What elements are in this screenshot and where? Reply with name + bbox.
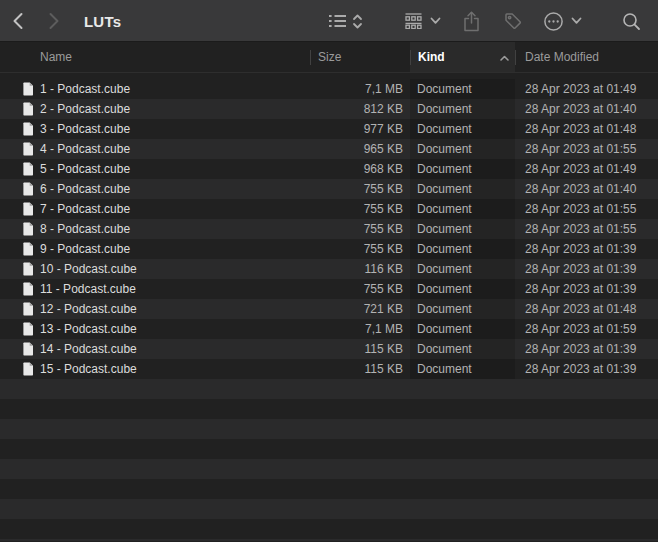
file-row[interactable]: 3 - Podcast.cube 977 KB Document 28 Apr … <box>0 119 658 139</box>
file-name: 2 - Podcast.cube <box>40 99 130 119</box>
column-divider[interactable] <box>310 50 311 65</box>
file-row[interactable]: 8 - Podcast.cube 755 KB Document 28 Apr … <box>0 219 658 239</box>
file-row[interactable]: 15 - Podcast.cube 115 KB Document 28 Apr… <box>0 359 658 379</box>
file-kind: Document <box>410 79 515 99</box>
document-icon <box>22 322 34 336</box>
file-kind: Document <box>410 319 515 339</box>
file-row[interactable]: 13 - Podcast.cube 7,1 MB Document 28 Apr… <box>0 319 658 339</box>
file-date-modified: 28 Apr 2023 at 01:39 <box>515 359 658 379</box>
file-date-modified: 28 Apr 2023 at 01:48 <box>515 299 658 319</box>
document-icon <box>22 122 34 136</box>
file-size: 7,1 MB <box>310 79 410 99</box>
chevron-right-icon <box>48 11 60 31</box>
document-icon <box>22 102 34 116</box>
file-name: 8 - Podcast.cube <box>40 219 130 239</box>
file-row[interactable]: 2 - Podcast.cube 812 KB Document 28 Apr … <box>0 99 658 119</box>
share-button[interactable] <box>463 0 480 42</box>
column-header-size[interactable]: Size <box>318 42 341 72</box>
file-name-cell: 7 - Podcast.cube <box>0 199 310 219</box>
document-icon <box>22 82 34 96</box>
forward-button[interactable] <box>48 0 60 42</box>
file-row[interactable]: 11 - Podcast.cube 755 KB Document 28 Apr… <box>0 279 658 299</box>
document-icon <box>22 182 34 196</box>
document-icon <box>22 222 34 236</box>
group-by-button[interactable] <box>405 0 441 42</box>
file-name: 9 - Podcast.cube <box>40 239 130 259</box>
view-mode-button[interactable] <box>329 0 363 42</box>
file-kind: Document <box>410 299 515 319</box>
document-icon <box>22 262 34 276</box>
file-date-modified: 28 Apr 2023 at 01:55 <box>515 219 658 239</box>
file-name: 15 - Podcast.cube <box>40 359 137 379</box>
file-name-cell: 2 - Podcast.cube <box>0 99 310 119</box>
file-size: 755 KB <box>310 279 410 299</box>
file-name: 4 - Podcast.cube <box>40 139 130 159</box>
file-size: 812 KB <box>310 99 410 119</box>
file-size: 977 KB <box>310 119 410 139</box>
file-name: 3 - Podcast.cube <box>40 119 130 139</box>
column-divider[interactable] <box>410 50 411 65</box>
document-icon <box>22 302 34 316</box>
column-header-row: Name Size Kind Date Modified <box>0 42 658 73</box>
share-icon <box>463 11 480 32</box>
file-name-cell: 13 - Podcast.cube <box>0 319 310 339</box>
column-header-name[interactable]: Name <box>40 42 72 72</box>
file-name: 11 - Podcast.cube <box>40 279 136 299</box>
file-row[interactable]: 4 - Podcast.cube 965 KB Document 28 Apr … <box>0 139 658 159</box>
search-button[interactable] <box>622 0 641 42</box>
document-icon <box>22 342 34 356</box>
file-name-cell: 11 - Podcast.cube <box>0 279 310 299</box>
file-name: 1 - Podcast.cube <box>40 79 130 99</box>
document-icon <box>22 242 34 256</box>
file-date-modified: 28 Apr 2023 at 01:39 <box>515 239 658 259</box>
document-icon <box>22 202 34 216</box>
document-icon <box>22 142 34 156</box>
group-by-icon <box>405 13 422 29</box>
more-options-button[interactable] <box>543 0 582 42</box>
file-row[interactable]: 5 - Podcast.cube 968 KB Document 28 Apr … <box>0 159 658 179</box>
file-name: 13 - Podcast.cube <box>40 319 137 339</box>
file-size: 721 KB <box>310 299 410 319</box>
file-size: 116 KB <box>310 259 410 279</box>
file-name: 5 - Podcast.cube <box>40 159 130 179</box>
file-size: 755 KB <box>310 199 410 219</box>
file-row[interactable]: 7 - Podcast.cube 755 KB Document 28 Apr … <box>0 199 658 219</box>
list-view-icon <box>329 14 346 28</box>
chevron-down-icon <box>571 17 582 25</box>
file-size: 965 KB <box>310 139 410 159</box>
file-kind: Document <box>410 219 515 239</box>
file-kind: Document <box>410 259 515 279</box>
column-divider[interactable] <box>515 50 516 65</box>
file-name-cell: 3 - Podcast.cube <box>0 119 310 139</box>
tag-icon <box>503 11 523 31</box>
column-header-kind[interactable]: Kind <box>418 42 445 72</box>
more-options-icon <box>543 11 564 32</box>
file-row[interactable]: 12 - Podcast.cube 721 KB Document 28 Apr… <box>0 299 658 319</box>
file-date-modified: 28 Apr 2023 at 01:39 <box>515 259 658 279</box>
document-icon <box>22 282 34 296</box>
file-row[interactable]: 6 - Podcast.cube 755 KB Document 28 Apr … <box>0 179 658 199</box>
file-row[interactable]: 10 - Podcast.cube 116 KB Document 28 Apr… <box>0 259 658 279</box>
column-header-date-modified[interactable]: Date Modified <box>525 42 599 72</box>
finder-window: LUTs <box>0 0 658 542</box>
file-name-cell: 6 - Podcast.cube <box>0 179 310 199</box>
toolbar: LUTs <box>0 0 658 42</box>
file-name: 7 - Podcast.cube <box>40 199 130 219</box>
file-name-cell: 9 - Podcast.cube <box>0 239 310 259</box>
file-size: 968 KB <box>310 159 410 179</box>
file-name-cell: 4 - Podcast.cube <box>0 139 310 159</box>
file-name: 12 - Podcast.cube <box>40 299 137 319</box>
file-date-modified: 28 Apr 2023 at 01:59 <box>515 319 658 339</box>
file-row[interactable]: 1 - Podcast.cube 7,1 MB Document 28 Apr … <box>0 79 658 99</box>
file-size: 755 KB <box>310 239 410 259</box>
tag-button[interactable] <box>503 0 523 42</box>
file-kind: Document <box>410 239 515 259</box>
file-kind: Document <box>410 99 515 119</box>
file-name: 10 - Podcast.cube <box>40 259 137 279</box>
file-row[interactable]: 9 - Podcast.cube 755 KB Document 28 Apr … <box>0 239 658 259</box>
file-name-cell: 12 - Podcast.cube <box>0 299 310 319</box>
file-name-cell: 1 - Podcast.cube <box>0 79 310 99</box>
file-name-cell: 8 - Podcast.cube <box>0 219 310 239</box>
file-row[interactable]: 14 - Podcast.cube 115 KB Document 28 Apr… <box>0 339 658 359</box>
back-button[interactable] <box>12 0 24 42</box>
